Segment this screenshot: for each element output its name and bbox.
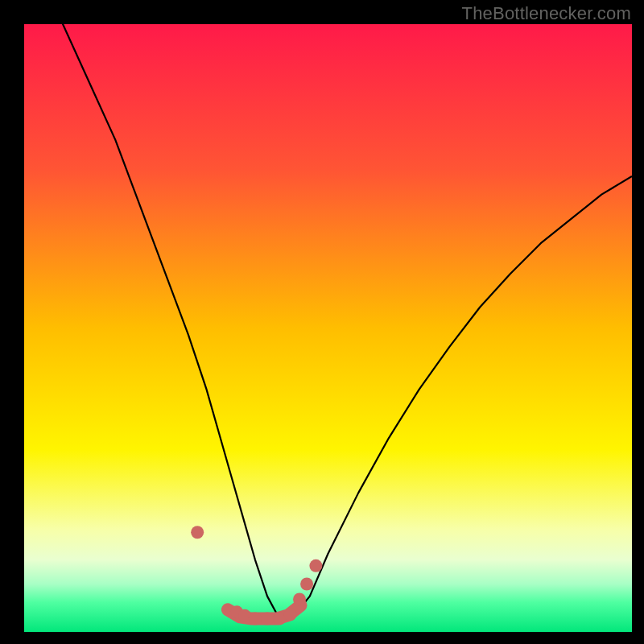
- highlight-dot: [191, 526, 204, 539]
- gradient-background: [24, 24, 632, 632]
- highlight-dot: [261, 613, 274, 625]
- highlight-dot: [284, 608, 297, 621]
- watermark-text: TheBottlenecker.com: [462, 3, 631, 24]
- chart-frame: TheBottlenecker.com: [0, 0, 644, 644]
- highlight-dot: [249, 613, 262, 625]
- highlight-dot: [293, 592, 306, 605]
- chart-svg: [24, 24, 632, 632]
- plot-area: [24, 24, 632, 632]
- highlight-dot: [300, 578, 313, 591]
- highlight-dot: [309, 559, 322, 572]
